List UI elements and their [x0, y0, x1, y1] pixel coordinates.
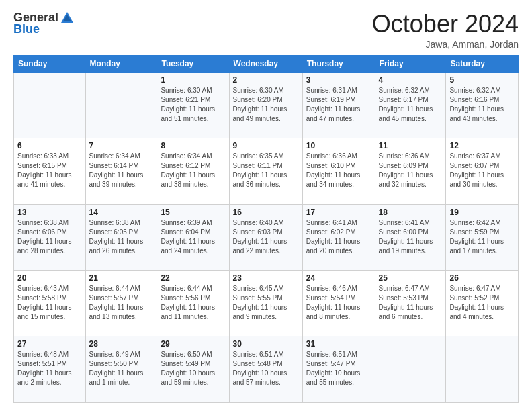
day-cell: 9Sunrise: 6:35 AM Sunset: 6:11 PM Daylig… — [229, 138, 302, 204]
day-number: 26 — [449, 273, 515, 283]
day-cell: 5Sunrise: 6:32 AM Sunset: 6:16 PM Daylig… — [446, 72, 519, 138]
day-number: 27 — [17, 339, 82, 349]
col-wednesday: Wednesday — [229, 55, 302, 72]
col-saturday: Saturday — [446, 55, 519, 72]
day-cell — [14, 72, 86, 138]
day-cell: 16Sunrise: 6:40 AM Sunset: 6:03 PM Dayli… — [229, 204, 302, 270]
day-info: Sunrise: 6:34 AM Sunset: 6:14 PM Dayligh… — [89, 152, 154, 189]
day-cell — [446, 336, 519, 403]
day-cell: 7Sunrise: 6:34 AM Sunset: 6:14 PM Daylig… — [85, 138, 157, 204]
col-friday: Friday — [375, 55, 446, 72]
day-number: 4 — [379, 75, 443, 85]
day-number: 6 — [17, 141, 82, 150]
day-info: Sunrise: 6:30 AM Sunset: 6:21 PM Dayligh… — [161, 86, 225, 124]
day-number: 25 — [379, 273, 443, 283]
week-row-4: 27Sunrise: 6:48 AM Sunset: 5:51 PM Dayli… — [14, 336, 519, 403]
day-cell: 25Sunrise: 6:47 AM Sunset: 5:53 PM Dayli… — [375, 271, 446, 336]
day-info: Sunrise: 6:47 AM Sunset: 5:52 PM Dayligh… — [449, 284, 515, 322]
day-info: Sunrise: 6:44 AM Sunset: 5:56 PM Dayligh… — [161, 284, 225, 322]
day-cell: 19Sunrise: 6:42 AM Sunset: 5:59 PM Dayli… — [446, 204, 519, 270]
day-info: Sunrise: 6:39 AM Sunset: 6:04 PM Dayligh… — [161, 218, 225, 256]
day-number: 5 — [449, 75, 515, 85]
header: General Blue October 2024 Jawa, Amman, J… — [13, 11, 519, 50]
day-info: Sunrise: 6:51 AM Sunset: 5:47 PM Dayligh… — [306, 350, 371, 387]
day-info: Sunrise: 6:50 AM Sunset: 5:49 PM Dayligh… — [161, 350, 225, 387]
day-number: 17 — [306, 208, 371, 217]
day-info: Sunrise: 6:40 AM Sunset: 6:03 PM Dayligh… — [233, 218, 299, 256]
day-info: Sunrise: 6:41 AM Sunset: 6:00 PM Dayligh… — [379, 218, 443, 256]
day-cell: 6Sunrise: 6:33 AM Sunset: 6:15 PM Daylig… — [14, 138, 86, 204]
day-cell: 17Sunrise: 6:41 AM Sunset: 6:02 PM Dayli… — [302, 204, 375, 270]
day-number: 9 — [233, 141, 299, 150]
day-number: 12 — [449, 141, 515, 150]
day-info: Sunrise: 6:42 AM Sunset: 5:59 PM Dayligh… — [449, 218, 515, 256]
day-info: Sunrise: 6:38 AM Sunset: 6:06 PM Dayligh… — [17, 218, 82, 256]
day-cell: 13Sunrise: 6:38 AM Sunset: 6:06 PM Dayli… — [14, 204, 86, 270]
day-cell: 3Sunrise: 6:31 AM Sunset: 6:19 PM Daylig… — [302, 72, 375, 138]
col-tuesday: Tuesday — [157, 55, 229, 72]
day-cell — [85, 72, 157, 138]
day-info: Sunrise: 6:32 AM Sunset: 6:16 PM Dayligh… — [449, 86, 515, 124]
day-info: Sunrise: 6:51 AM Sunset: 5:48 PM Dayligh… — [233, 350, 299, 387]
month-title: October 2024 — [372, 11, 519, 38]
day-cell: 1Sunrise: 6:30 AM Sunset: 6:21 PM Daylig… — [157, 72, 229, 138]
day-cell: 29Sunrise: 6:50 AM Sunset: 5:49 PM Dayli… — [157, 336, 229, 403]
day-cell: 10Sunrise: 6:36 AM Sunset: 6:10 PM Dayli… — [302, 138, 375, 204]
day-cell: 30Sunrise: 6:51 AM Sunset: 5:48 PM Dayli… — [229, 336, 302, 403]
week-row-1: 6Sunrise: 6:33 AM Sunset: 6:15 PM Daylig… — [14, 138, 519, 204]
day-cell: 15Sunrise: 6:39 AM Sunset: 6:04 PM Dayli… — [157, 204, 229, 270]
day-info: Sunrise: 6:45 AM Sunset: 5:55 PM Dayligh… — [233, 284, 299, 322]
day-number: 30 — [233, 339, 299, 349]
day-cell: 26Sunrise: 6:47 AM Sunset: 5:52 PM Dayli… — [446, 271, 519, 336]
logo-blue: Blue — [13, 23, 40, 36]
day-number: 24 — [306, 273, 371, 283]
day-info: Sunrise: 6:48 AM Sunset: 5:51 PM Dayligh… — [17, 350, 82, 387]
day-info: Sunrise: 6:34 AM Sunset: 6:12 PM Dayligh… — [161, 152, 225, 189]
calendar-body: 1Sunrise: 6:30 AM Sunset: 6:21 PM Daylig… — [14, 72, 519, 402]
day-number: 28 — [89, 339, 154, 349]
day-number: 13 — [17, 208, 82, 217]
day-cell: 27Sunrise: 6:48 AM Sunset: 5:51 PM Dayli… — [14, 336, 86, 403]
title-block: October 2024 Jawa, Amman, Jordan — [372, 11, 519, 50]
day-info: Sunrise: 6:36 AM Sunset: 6:09 PM Dayligh… — [379, 152, 443, 189]
col-sunday: Sunday — [14, 55, 86, 72]
day-cell: 4Sunrise: 6:32 AM Sunset: 6:17 PM Daylig… — [375, 72, 446, 138]
day-info: Sunrise: 6:30 AM Sunset: 6:20 PM Dayligh… — [233, 86, 299, 124]
day-info: Sunrise: 6:47 AM Sunset: 5:53 PM Dayligh… — [379, 284, 443, 322]
day-cell: 22Sunrise: 6:44 AM Sunset: 5:56 PM Dayli… — [157, 271, 229, 336]
day-cell: 14Sunrise: 6:38 AM Sunset: 6:05 PM Dayli… — [85, 204, 157, 270]
day-number: 10 — [306, 141, 371, 150]
day-number: 11 — [379, 141, 443, 150]
calendar-header: Sunday Monday Tuesday Wednesday Thursday… — [14, 55, 519, 72]
day-number: 20 — [17, 273, 82, 283]
week-row-2: 13Sunrise: 6:38 AM Sunset: 6:06 PM Dayli… — [14, 204, 519, 270]
day-info: Sunrise: 6:38 AM Sunset: 6:05 PM Dayligh… — [89, 218, 154, 256]
day-info: Sunrise: 6:46 AM Sunset: 5:54 PM Dayligh… — [306, 284, 371, 322]
day-number: 2 — [233, 75, 299, 85]
day-number: 21 — [89, 273, 154, 283]
logo: General Blue — [13, 11, 75, 36]
calendar-table: Sunday Monday Tuesday Wednesday Thursday… — [13, 55, 519, 403]
day-number: 16 — [233, 208, 299, 217]
day-info: Sunrise: 6:49 AM Sunset: 5:50 PM Dayligh… — [89, 350, 154, 387]
day-number: 1 — [161, 75, 225, 85]
logo-icon — [60, 11, 75, 26]
page: General Blue October 2024 Jawa, Amman, J… — [0, 0, 532, 411]
col-thursday: Thursday — [302, 55, 375, 72]
week-row-0: 1Sunrise: 6:30 AM Sunset: 6:21 PM Daylig… — [14, 72, 519, 138]
day-info: Sunrise: 6:31 AM Sunset: 6:19 PM Dayligh… — [306, 86, 371, 124]
day-number: 14 — [89, 208, 154, 217]
day-cell: 24Sunrise: 6:46 AM Sunset: 5:54 PM Dayli… — [302, 271, 375, 336]
day-info: Sunrise: 6:44 AM Sunset: 5:57 PM Dayligh… — [89, 284, 154, 322]
day-cell: 31Sunrise: 6:51 AM Sunset: 5:47 PM Dayli… — [302, 336, 375, 403]
week-row-3: 20Sunrise: 6:43 AM Sunset: 5:58 PM Dayli… — [14, 271, 519, 336]
day-cell: 2Sunrise: 6:30 AM Sunset: 6:20 PM Daylig… — [229, 72, 302, 138]
day-info: Sunrise: 6:36 AM Sunset: 6:10 PM Dayligh… — [306, 152, 371, 189]
day-number: 22 — [161, 273, 225, 283]
day-cell — [375, 336, 446, 403]
day-info: Sunrise: 6:41 AM Sunset: 6:02 PM Dayligh… — [306, 218, 371, 256]
day-cell: 8Sunrise: 6:34 AM Sunset: 6:12 PM Daylig… — [157, 138, 229, 204]
day-number: 29 — [161, 339, 225, 349]
day-info: Sunrise: 6:33 AM Sunset: 6:15 PM Dayligh… — [17, 152, 82, 189]
col-monday: Monday — [85, 55, 157, 72]
